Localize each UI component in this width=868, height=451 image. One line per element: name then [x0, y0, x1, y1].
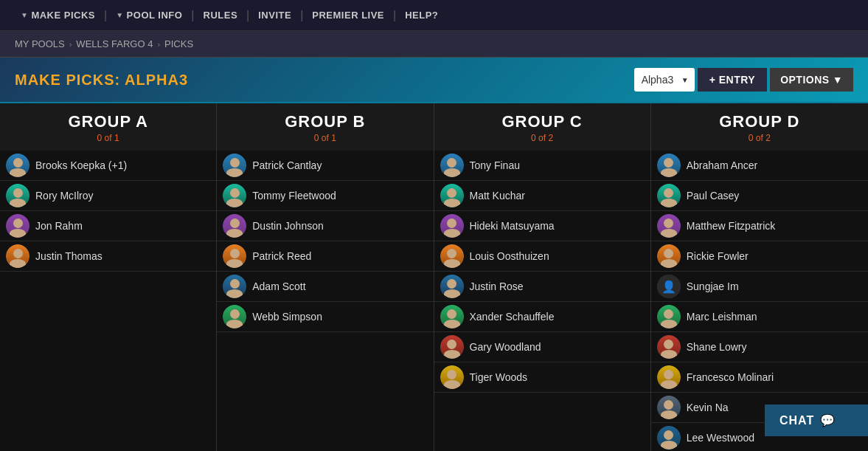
- group-c-header: GROUP C0 of 2: [434, 103, 650, 151]
- group-d-title: GROUP D: [657, 112, 862, 131]
- player-row[interactable]: Jon Rahm: [0, 211, 216, 241]
- group-column-group-c: GROUP C0 of 2 Tony Finau Matt Kuchar Hid…: [434, 103, 651, 451]
- breadcrumb: MY POOLS › WELLS FARGO 4 › PICKS: [0, 31, 868, 58]
- player-avatar: [657, 244, 681, 268]
- player-row[interactable]: Matthew Fitzpatrick: [651, 211, 868, 241]
- player-row[interactable]: Justin Rose: [434, 272, 650, 302]
- player-row[interactable]: Webb Simpson: [217, 302, 433, 332]
- group-b-header: GROUP B0 of 1: [217, 103, 433, 151]
- player-row[interactable]: Paul Casey: [651, 181, 868, 211]
- player-name: Marc Leishman: [687, 311, 757, 323]
- groups-container: GROUP A0 of 1 Brooks Koepka (+1) Rory Mc…: [0, 103, 868, 451]
- chat-button[interactable]: CHAT 💬: [765, 404, 868, 436]
- player-row[interactable]: 👤Sungjae Im: [651, 272, 868, 302]
- player-avatar: [6, 184, 29, 207]
- group-a-header: GROUP A0 of 1: [0, 103, 216, 151]
- group-d-header: GROUP D0 of 2: [651, 103, 868, 151]
- entry-button[interactable]: + ENTRY: [698, 68, 768, 92]
- player-name: Sungjae Im: [687, 280, 739, 292]
- breadcrumb-my-pools[interactable]: MY POOLS: [15, 38, 65, 49]
- nav-premier-live[interactable]: PREMIER LIVE: [303, 10, 393, 21]
- nav-pool-info[interactable]: ▼ POOL INFO: [107, 10, 191, 21]
- entry-select[interactable]: Alpha3Alpha2Alpha1: [634, 68, 695, 92]
- nav-make-picks[interactable]: ▼ MAKE PICKS: [12, 10, 104, 21]
- player-name: Justin Thomas: [35, 250, 103, 262]
- player-avatar: [440, 184, 464, 207]
- group-column-group-a: GROUP A0 of 1 Brooks Koepka (+1) Rory Mc…: [0, 103, 217, 451]
- breadcrumb-chevron-2: ›: [157, 40, 160, 49]
- player-row[interactable]: Francesco Molinari: [651, 362, 868, 393]
- player-name: Francesco Molinari: [687, 371, 774, 383]
- group-c-title: GROUP C: [440, 112, 645, 131]
- player-row[interactable]: Patrick Reed: [217, 241, 433, 272]
- player-name: Justin Rose: [470, 280, 524, 292]
- player-row[interactable]: Louis Oosthuizen: [434, 241, 650, 272]
- chat-icon: 💬: [820, 413, 836, 427]
- player-avatar: [440, 154, 464, 177]
- player-row[interactable]: Tommy Fleetwood: [217, 181, 433, 211]
- player-row[interactable]: Justin Thomas: [0, 241, 216, 272]
- top-navigation: ▼ MAKE PICKS | ▼ POOL INFO | RULES | INV…: [0, 0, 868, 31]
- header-controls: Alpha3Alpha2Alpha1 + ENTRY OPTIONS ▼: [634, 68, 853, 92]
- player-row[interactable]: Matt Kuchar: [434, 181, 650, 211]
- player-row[interactable]: Abraham Ancer: [651, 151, 868, 181]
- options-arrow-icon: ▼: [833, 74, 843, 86]
- player-avatar: [223, 184, 246, 207]
- player-avatar: [657, 426, 681, 450]
- make-picks-header: MAKE PICKS: ALPHA3 Alpha3Alpha2Alpha1 + …: [0, 58, 868, 103]
- nav-arrow-make-picks: ▼: [21, 11, 28, 19]
- player-avatar: [657, 154, 681, 177]
- group-b-count: 0 of 1: [223, 133, 427, 143]
- player-name: Rory McIlroy: [35, 190, 94, 202]
- player-avatar: [223, 244, 246, 268]
- player-row[interactable]: Xander Schauffele: [434, 302, 650, 332]
- breadcrumb-wells-fargo[interactable]: WELLS FARGO 4: [76, 38, 153, 49]
- player-row[interactable]: Patrick Cantlay: [217, 151, 433, 181]
- breadcrumb-current: PICKS: [164, 38, 193, 49]
- player-avatar: 👤: [657, 275, 681, 298]
- player-row[interactable]: Brooks Koepka (+1): [0, 151, 216, 181]
- player-avatar: [440, 275, 464, 298]
- player-name: Tony Finau: [470, 159, 520, 171]
- player-avatar: [223, 275, 246, 298]
- player-name: Gary Woodland: [470, 341, 541, 353]
- player-avatar: [6, 244, 29, 268]
- player-row[interactable]: Dustin Johnson: [217, 211, 433, 241]
- player-avatar: [657, 396, 681, 419]
- player-row[interactable]: Adam Scott: [217, 272, 433, 302]
- player-avatar: [440, 244, 464, 268]
- group-column-group-b: GROUP B0 of 1 Patrick Cantlay Tommy Flee…: [217, 103, 434, 451]
- player-row[interactable]: Rickie Fowler: [651, 241, 868, 272]
- player-avatar: [657, 305, 681, 328]
- player-avatar: [657, 365, 681, 389]
- player-name: Xander Schauffele: [470, 311, 555, 323]
- player-name: Lee Westwood: [687, 432, 754, 444]
- breadcrumb-chevron-1: ›: [69, 40, 72, 49]
- options-button[interactable]: OPTIONS ▼: [770, 68, 853, 92]
- group-a-count: 0 of 1: [6, 133, 210, 143]
- nav-rules[interactable]: RULES: [195, 10, 247, 21]
- player-row[interactable]: Tiger Woods: [434, 362, 650, 393]
- group-a-title: GROUP A: [6, 112, 210, 131]
- player-avatar: [440, 214, 464, 238]
- player-name: Tiger Woods: [470, 371, 528, 383]
- player-avatar: [440, 305, 464, 328]
- nav-invite[interactable]: INVITE: [249, 10, 300, 21]
- player-row[interactable]: Marc Leishman: [651, 302, 868, 332]
- player-name: Hideki Matsuyama: [470, 220, 555, 232]
- player-name: Rickie Fowler: [687, 250, 749, 262]
- player-row[interactable]: Hideki Matsuyama: [434, 211, 650, 241]
- nav-help[interactable]: HELP?: [396, 10, 447, 21]
- player-row[interactable]: Tony Finau: [434, 151, 650, 181]
- group-column-group-d: GROUP D0 of 2 Abraham Ancer Paul Casey M…: [651, 103, 868, 451]
- player-name: Patrick Cantlay: [252, 159, 322, 171]
- player-row[interactable]: Shane Lowry: [651, 332, 868, 362]
- player-avatar: [6, 214, 29, 238]
- player-name: Tommy Fleetwood: [252, 190, 336, 202]
- group-c-count: 0 of 2: [440, 133, 645, 143]
- player-row[interactable]: Rory McIlroy: [0, 181, 216, 211]
- player-name: Matt Kuchar: [470, 190, 525, 202]
- player-name: Shane Lowry: [687, 341, 747, 353]
- player-row[interactable]: Gary Woodland: [434, 332, 650, 362]
- player-name: Louis Oosthuizen: [470, 250, 549, 262]
